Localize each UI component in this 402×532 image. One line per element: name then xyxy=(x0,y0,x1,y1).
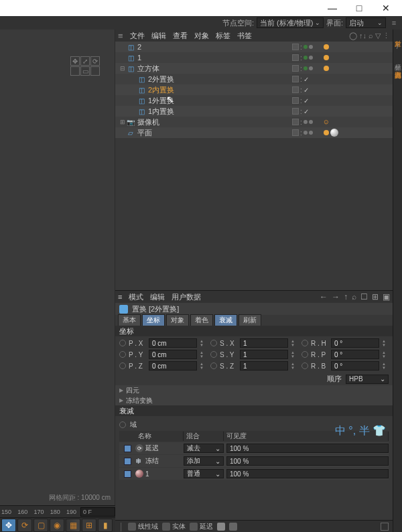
frame-input[interactable]: 0 F xyxy=(80,507,115,517)
render-dot-icon[interactable] xyxy=(309,45,313,49)
am-lock-icon[interactable]: ☐ xyxy=(360,292,368,302)
object-name[interactable]: 立方体 xyxy=(137,64,159,74)
visibility-dot-icon[interactable] xyxy=(304,45,308,49)
object-name[interactable]: 平面 xyxy=(137,128,152,138)
group-quaternion[interactable]: ▶四元 xyxy=(115,385,393,395)
om-menu-objects[interactable]: 对象 xyxy=(194,31,209,41)
sidetab-coords[interactable]: 坐标 xyxy=(393,54,403,62)
render-dot-icon[interactable] xyxy=(309,56,313,60)
om-menu-tags[interactable]: 标签 xyxy=(216,31,230,41)
input-rp[interactable]: 0 ° xyxy=(331,350,379,359)
am-menu-mode[interactable]: 模式 xyxy=(129,292,143,302)
btn-folder[interactable] xyxy=(217,523,225,531)
layer-box-icon[interactable] xyxy=(292,86,299,93)
om-menu-edit[interactable]: 编辑 xyxy=(151,31,166,41)
menu-toggle-icon[interactable]: ≡ xyxy=(389,17,399,28)
object-name[interactable]: 2 xyxy=(137,43,141,51)
visibility-input[interactable]: 100 % xyxy=(226,456,389,466)
am-menu-edit[interactable]: 编辑 xyxy=(150,292,165,302)
om-tool-swap-icon[interactable]: ↑↓ xyxy=(359,31,366,40)
am-tab-1[interactable]: 坐标 xyxy=(142,314,165,326)
blend-mode-dropdown[interactable]: 添加⌄ xyxy=(184,456,224,466)
enable-checkbox[interactable] xyxy=(124,458,131,465)
enable-checkbox[interactable] xyxy=(124,470,131,478)
order-dropdown[interactable]: HPB⌄ xyxy=(346,375,389,384)
viewport[interactable]: ✥ ⤢ ⟳ ▭ 网格间距 : 10000 cm xyxy=(0,29,115,505)
domain-name[interactable]: ❄冻结 xyxy=(135,456,184,466)
am-nav-back-icon[interactable]: ← xyxy=(320,292,328,302)
am-tab-0[interactable]: 基本 xyxy=(118,314,141,326)
record-tool[interactable]: ◉ xyxy=(50,519,64,532)
visibility-dot-icon[interactable] xyxy=(304,56,308,60)
expand-toggle-icon[interactable]: ⊟ xyxy=(119,65,126,72)
object-name[interactable]: 摄像机 xyxy=(137,117,159,127)
object-name[interactable]: 1内置换 xyxy=(148,107,174,117)
am-tab-2[interactable]: 对象 xyxy=(166,314,189,326)
object-name[interactable]: 1外置换 xyxy=(148,96,174,106)
expand-toggle-icon[interactable]: ⊞ xyxy=(119,119,126,125)
object-row[interactable]: ⊟◫立方体: xyxy=(115,63,393,74)
input-sz[interactable]: 1 xyxy=(240,361,288,371)
move-tool[interactable]: ✥ xyxy=(1,519,16,532)
render-dot-icon[interactable] xyxy=(309,120,313,124)
layer-box-icon[interactable] xyxy=(292,54,299,61)
object-row[interactable]: ⊞📷摄像机:⊙ xyxy=(115,117,393,127)
nav-move-icon[interactable]: ✥ xyxy=(70,56,80,66)
anim-dot-icon[interactable] xyxy=(119,340,126,346)
layer-box-icon[interactable] xyxy=(292,65,299,72)
object-row[interactable]: ◫2内置换:✓ xyxy=(115,84,393,95)
layer-box-icon[interactable] xyxy=(292,119,299,125)
om-menu-view[interactable]: 查看 xyxy=(173,31,188,41)
render-dot-icon[interactable] xyxy=(304,131,308,135)
hamburger-icon[interactable]: ≡ xyxy=(118,31,123,41)
window-minimize[interactable]: — xyxy=(319,1,346,15)
btn-delay[interactable]: 延迟 xyxy=(190,522,213,531)
anim-dot-icon[interactable] xyxy=(302,340,308,346)
object-row[interactable]: ◫2: xyxy=(115,42,393,52)
om-menu-bookmarks[interactable]: 书签 xyxy=(237,31,252,41)
render-dot-icon[interactable] xyxy=(304,120,308,124)
visibility-input[interactable]: 100 % xyxy=(226,469,389,478)
am-mode-icon[interactable]: ▣ xyxy=(383,292,390,302)
input-sx[interactable]: 1 xyxy=(240,338,288,348)
trash-icon[interactable] xyxy=(381,523,389,531)
btn-solid[interactable]: 实体 xyxy=(162,522,186,531)
input-px[interactable]: 0 cm xyxy=(149,338,197,348)
anim-dot-icon[interactable] xyxy=(210,362,217,369)
layer-box-icon[interactable] xyxy=(292,108,299,115)
blend-mode-dropdown[interactable]: 减去⌄ xyxy=(184,444,224,453)
anim-dot-icon[interactable] xyxy=(119,421,126,428)
render-dot-icon[interactable] xyxy=(309,66,313,70)
autokey-tool[interactable]: ⊞ xyxy=(82,519,96,532)
nav-pan-icon[interactable]: ▭ xyxy=(80,66,90,76)
nav-zoom-icon[interactable]: ⤢ xyxy=(80,56,90,66)
window-close[interactable]: ✕ xyxy=(373,1,399,15)
domain-row[interactable]: ❄冻结添加⌄100 % xyxy=(119,455,389,467)
domain-row[interactable]: ⟳延迟减去⌄100 % xyxy=(119,442,389,454)
layer-box-icon[interactable] xyxy=(292,76,299,82)
enable-check-icon[interactable]: ✓ xyxy=(304,76,309,83)
am-tab-3[interactable]: 着色 xyxy=(190,314,213,326)
group-freeze[interactable]: ▶冻结变换 xyxy=(115,395,393,405)
film-tool[interactable]: ▮ xyxy=(98,519,113,532)
om-tool-eye-icon[interactable]: ◯ xyxy=(349,31,357,40)
anim-dot-icon[interactable] xyxy=(119,362,126,369)
om-tool-more-icon[interactable]: ⋮ xyxy=(383,31,390,40)
rotate-tool[interactable]: ⟳ xyxy=(17,519,32,532)
input-py[interactable]: 0 cm xyxy=(149,350,197,359)
input-rh[interactable]: 0 ° xyxy=(331,338,379,348)
scale-tool[interactable]: ▢ xyxy=(34,519,48,532)
enable-check-icon[interactable]: ✓ xyxy=(304,97,309,105)
nav-rotate-icon[interactable]: ⟳ xyxy=(90,56,100,66)
am-newwin-icon[interactable]: ⊞ xyxy=(372,292,379,302)
am-search-icon[interactable]: ⌕ xyxy=(352,292,356,302)
anim-dot-icon[interactable] xyxy=(119,351,126,358)
input-sy[interactable]: 1 xyxy=(240,350,288,359)
anim-dot-icon[interactable] xyxy=(302,351,308,358)
input-pz[interactable]: 0 cm xyxy=(149,361,197,371)
window-maximize[interactable]: □ xyxy=(346,1,373,15)
render-dot-icon[interactable] xyxy=(309,131,313,135)
enable-checkbox[interactable] xyxy=(124,445,131,452)
visibility-input[interactable]: 100 % xyxy=(226,444,389,453)
object-row[interactable]: ▱平面: xyxy=(115,127,393,138)
